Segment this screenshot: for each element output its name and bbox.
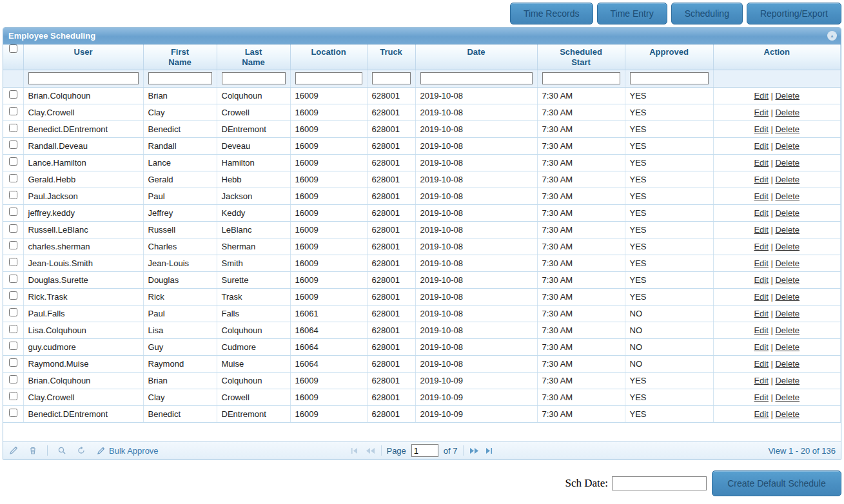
row-select-checkbox[interactable] [9,392,17,400]
edit-link[interactable]: Edit [754,91,768,101]
delete-link[interactable]: Delete [775,393,800,402]
edit-link[interactable]: Edit [754,292,768,302]
edit-link[interactable]: Edit [754,309,768,318]
delete-link[interactable]: Delete [775,275,800,285]
delete-link[interactable]: Delete [775,225,800,235]
edit-link[interactable]: Edit [754,175,768,184]
cell-location: 16064 [290,322,367,338]
row-select-checkbox[interactable] [9,358,17,367]
edit-link[interactable]: Edit [754,208,768,218]
filter-approved-input[interactable] [630,72,709,84]
delete-link[interactable]: Delete [775,191,800,201]
edit-link[interactable]: Edit [754,191,768,201]
edit-link[interactable]: Edit [754,124,768,134]
edit-link[interactable]: Edit [754,275,768,285]
row-select-checkbox[interactable] [9,174,17,182]
edit-link[interactable]: Edit [754,225,768,235]
scheduling-button[interactable]: Scheduling [671,3,743,24]
edit-link[interactable]: Edit [754,393,768,402]
row-select-checkbox[interactable] [9,141,17,149]
row-select-checkbox[interactable] [9,342,17,350]
row-select-checkbox[interactable] [9,224,17,233]
delete-link[interactable]: Delete [775,108,800,117]
filter-first-name-input[interactable] [148,72,212,84]
cell-truck: 628001 [367,355,415,372]
delete-link[interactable]: Delete [775,242,800,251]
edit-link[interactable]: Edit [754,108,768,117]
edit-row-icon[interactable] [8,445,19,456]
delete-link[interactable]: Delete [775,292,800,302]
delete-link[interactable]: Delete [775,258,800,268]
column-header-location[interactable]: Location [290,44,367,70]
row-select-checkbox[interactable] [9,90,17,99]
row-select-checkbox[interactable] [9,308,17,316]
row-select-checkbox[interactable] [9,241,17,249]
delete-link[interactable]: Delete [775,141,800,151]
prev-page-icon[interactable] [364,447,375,454]
row-select-checkbox[interactable] [9,107,17,115]
action-separator: | [769,393,776,402]
bulk-approve-button[interactable]: Bulk Approve [95,445,159,456]
filter-date-input[interactable] [420,72,533,84]
edit-link[interactable]: Edit [754,409,768,419]
row-select-checkbox[interactable] [9,258,17,266]
filter-user-input[interactable] [28,72,139,84]
edit-link[interactable]: Edit [754,342,768,352]
filter-truck-input[interactable] [372,72,411,84]
last-page-icon[interactable] [485,447,495,454]
delete-link[interactable]: Delete [775,309,800,318]
filter-scheduled-start-input[interactable] [542,72,620,84]
row-select-checkbox[interactable] [9,157,17,166]
row-select-checkbox[interactable] [9,409,17,417]
column-header-user[interactable]: User [23,44,143,70]
delete-link[interactable]: Delete [775,376,800,385]
delete-link[interactable]: Delete [775,342,800,352]
edit-link[interactable]: Edit [754,325,768,335]
delete-row-icon[interactable] [28,445,38,456]
row-select-checkbox[interactable] [9,208,17,216]
delete-link[interactable]: Delete [775,124,800,134]
first-page-icon[interactable] [349,447,359,454]
column-header-last-name[interactable]: Last Name [217,44,290,70]
cell-truck: 628001 [367,171,415,188]
sch-date-input[interactable] [612,476,707,490]
filter-last-name-input[interactable] [222,72,286,84]
filter-location-input[interactable] [295,72,362,84]
column-header-scheduled-start[interactable]: Scheduled Start [537,44,625,70]
row-select-checkbox[interactable] [9,275,17,283]
delete-link[interactable]: Delete [775,208,800,218]
delete-link[interactable]: Delete [775,175,800,184]
collapse-grid-button[interactable]: ▲ [827,31,837,41]
page-number-input[interactable] [411,444,438,457]
edit-link[interactable]: Edit [754,141,768,151]
column-header-first-name[interactable]: First Name [143,44,217,70]
delete-link[interactable]: Delete [775,359,800,369]
time-records-button[interactable]: Time Records [510,3,593,24]
column-header-date[interactable]: Date [415,44,537,70]
table-row: Rick.Trask Rick Trask 16009 628001 2019-… [3,288,841,305]
column-header-truck[interactable]: Truck [367,44,415,70]
column-header-approved[interactable]: Approved [625,44,713,70]
edit-link[interactable]: Edit [754,258,768,268]
next-page-icon[interactable] [469,447,480,454]
delete-link[interactable]: Delete [775,91,800,101]
edit-link[interactable]: Edit [754,376,768,385]
search-icon[interactable] [57,445,67,456]
create-default-schedule-button[interactable]: Create Default Schedule [712,470,841,496]
cell-action: Edit | Delete [713,221,841,238]
delete-link[interactable]: Delete [775,409,800,419]
row-select-checkbox[interactable] [9,325,17,333]
row-select-checkbox[interactable] [9,375,17,383]
delete-link[interactable]: Delete [775,325,800,335]
edit-link[interactable]: Edit [754,158,768,168]
refresh-icon[interactable] [76,445,86,456]
row-select-checkbox[interactable] [9,291,17,300]
delete-link[interactable]: Delete [775,158,800,168]
select-all-checkbox[interactable] [9,44,17,53]
edit-link[interactable]: Edit [754,242,768,251]
edit-link[interactable]: Edit [754,359,768,369]
time-entry-button[interactable]: Time Entry [597,3,667,24]
row-select-checkbox[interactable] [9,191,17,199]
row-select-checkbox[interactable] [9,124,17,132]
reporting-export-button[interactable]: Reporting/Export [747,3,841,24]
